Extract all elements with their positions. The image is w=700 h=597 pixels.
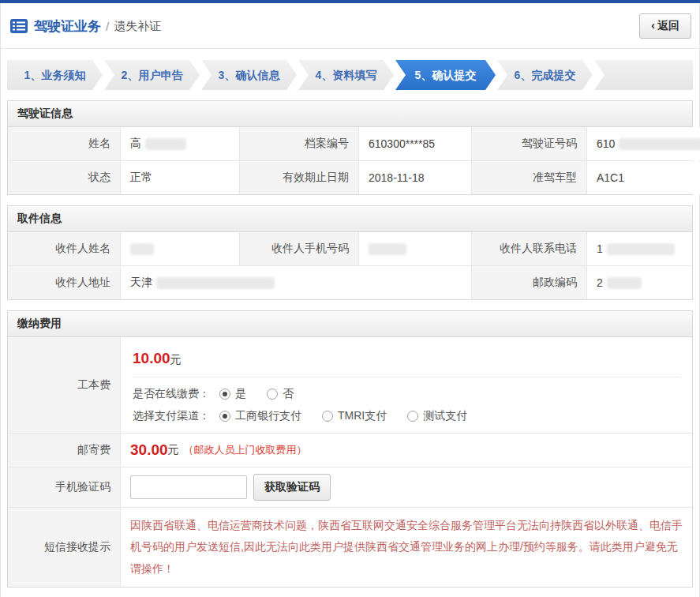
vehicle-class-value: A1C1	[587, 161, 700, 194]
breadcrumb-separator: /	[106, 20, 109, 33]
footer-actions: 上一步 完成	[1, 588, 699, 597]
pickup-info-title: 取件信息	[8, 206, 692, 232]
redacted-recipient-address	[156, 277, 275, 289]
postage-fee-amount: 30.00	[130, 441, 168, 459]
channel-option-test[interactable]: 测试支付	[407, 409, 467, 423]
radio-checked-icon[interactable]	[219, 411, 230, 422]
fee-unit: 元	[168, 443, 179, 457]
step-bar-filler	[594, 60, 693, 90]
production-fee-amount: 10.00	[133, 350, 170, 366]
recipient-mobile-label: 收件人手机号码	[240, 232, 358, 265]
name-label: 姓名	[8, 127, 120, 160]
license-info-title: 驾驶证信息	[8, 101, 692, 127]
redacted-recipient-name	[130, 243, 154, 255]
radio-unchecked-icon[interactable]	[407, 411, 418, 422]
sms-code-label: 手机验证码	[8, 467, 120, 507]
postage-fee-cell: 30.00元 （邮政人员上门收取费用）	[121, 434, 692, 467]
postcode-label: 邮政编码	[472, 266, 586, 299]
name-value: 高	[121, 127, 239, 160]
channel-question: 选择支付渠道：	[133, 409, 210, 423]
expiry-label: 有效期止日期	[240, 161, 358, 194]
step-1-business-notice: 1、业务须知	[7, 60, 103, 90]
redacted-license-no	[619, 138, 700, 150]
postcode-value: 2	[587, 266, 692, 299]
production-fee-cell: 10.00元 是否在线缴费： 是 否 选择支付渠道： 工商银行支付 TMRI支付…	[121, 337, 692, 433]
postage-fee-label: 邮寄费	[8, 434, 120, 467]
page: 驾驶证业务 / 遗失补证 ‹返回 1、业务须知 2、用户申告 3、确认信息 4、…	[0, 3, 700, 597]
file-no-value: 610300****85	[359, 127, 471, 160]
chevron-left-icon: ‹	[651, 19, 655, 32]
status-label: 状态	[8, 161, 120, 194]
step-wizard: 1、业务须知 2、用户申告 3、确认信息 4、资料填写 5、确认提交 6、完成提…	[7, 60, 693, 90]
production-fee-label: 工本费	[8, 337, 120, 433]
online-pay-question: 是否在线缴费：	[133, 387, 210, 401]
form-list-icon	[10, 19, 28, 33]
step-3-confirm-info: 3、确认信息	[201, 60, 297, 90]
pickup-info-section: 取件信息 收件人姓名 收件人手机号码 收件人联系电话 1 收件人地址 天津 邮政…	[7, 205, 693, 300]
license-no-value: 610	[587, 127, 700, 160]
recipient-phone-value: 1	[587, 232, 692, 265]
license-info-section: 驾驶证信息 姓名 高 档案编号 610300****85 驾驶证号码 610 状…	[7, 100, 693, 195]
step-4-fill-data: 4、资料填写	[298, 60, 394, 90]
redacted-recipient-mobile	[369, 243, 406, 255]
payment-title: 缴纳费用	[8, 311, 692, 337]
breadcrumb-current: 遗失补证	[114, 19, 161, 34]
step-2-user-declaration: 2、用户申告	[104, 60, 200, 90]
sms-code-input[interactable]	[130, 475, 247, 499]
redacted-name	[145, 138, 186, 150]
fee-unit: 元	[170, 353, 182, 366]
postage-fee-note: （邮政人员上门收取费用）	[184, 443, 307, 457]
license-no-label: 驾驶证号码	[472, 127, 586, 160]
step-5-confirm-submit: 5、确认提交	[395, 60, 496, 90]
online-pay-option-yes[interactable]: 是	[219, 387, 246, 401]
page-title: 驾驶证业务	[34, 17, 101, 36]
status-value: 正常	[121, 161, 239, 194]
channel-option-icbc[interactable]: 工商银行支付	[219, 409, 301, 423]
sms-notice-cell: 因陕西省联通、电信运营商技术问题，陕西省互联网交通安全综合服务管理平台无法向持陕…	[121, 508, 692, 587]
payment-section: 缴纳费用 工本费 10.00元 是否在线缴费： 是 否 选择支付渠道： 工商银行…	[7, 310, 693, 588]
radio-unchecked-icon[interactable]	[267, 389, 278, 400]
recipient-name-value	[121, 232, 239, 265]
expiry-value: 2018-11-18	[359, 161, 471, 194]
back-button[interactable]: ‹返回	[639, 13, 691, 39]
online-pay-option-no[interactable]: 否	[267, 387, 294, 401]
step-6-complete-submit: 6、完成提交	[497, 60, 593, 90]
file-no-label: 档案编号	[240, 127, 358, 160]
sms-notice-text: 因陕西省联通、电信运营商技术问题，陕西省互联网交通安全综合服务管理平台无法向持陕…	[121, 508, 692, 587]
recipient-mobile-value	[359, 232, 471, 265]
sms-notice-label: 短信接收提示	[8, 508, 120, 587]
recipient-name-label: 收件人姓名	[8, 232, 120, 265]
back-button-label: 返回	[657, 19, 679, 32]
get-code-button[interactable]: 获取验证码	[253, 474, 331, 501]
vehicle-class-label: 准驾车型	[472, 161, 586, 194]
sms-code-cell: 获取验证码	[121, 467, 692, 507]
redacted-postcode	[607, 277, 642, 289]
channel-option-tmri[interactable]: TMRI支付	[322, 409, 387, 423]
recipient-address-label: 收件人地址	[8, 266, 120, 299]
header: 驾驶证业务 / 遗失补证 ‹返回	[1, 3, 699, 49]
recipient-address-value: 天津	[121, 266, 471, 299]
radio-checked-icon[interactable]	[219, 389, 230, 400]
redacted-recipient-phone	[607, 243, 675, 255]
recipient-phone-label: 收件人联系电话	[472, 232, 586, 265]
radio-unchecked-icon[interactable]	[322, 411, 333, 422]
